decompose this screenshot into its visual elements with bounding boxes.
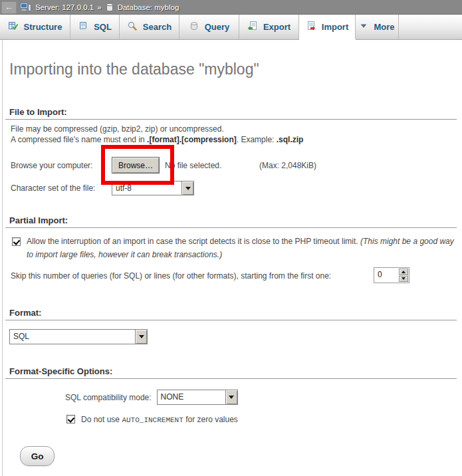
browse-button[interactable]: Browse… — [112, 157, 160, 174]
tab-more[interactable]: More — [356, 15, 399, 39]
compat-row: SQL compatibility mode: NONE — [65, 390, 238, 405]
dropdown-arrow-icon[interactable] — [225, 390, 237, 404]
charset-label: Character set of the file: — [11, 183, 112, 193]
chevron-down-icon — [359, 21, 368, 33]
back-arrow-icon: ← — [5, 2, 13, 12]
browse-row: Browse your computer: Browse… No file se… — [11, 158, 457, 173]
breadcrumb-bar: ← Server: 127.0.0.1 » Database: — [0, 0, 462, 15]
spinner-up-icon[interactable] — [399, 269, 408, 275]
tab-label: Export — [263, 22, 290, 32]
compat-select[interactable]: NONE — [157, 390, 238, 405]
tab-label: Structure — [24, 22, 62, 32]
section-legend-file-to-import: File to Import: — [5, 107, 457, 120]
page-title: Importing into the database "myblog" — [9, 60, 259, 78]
tab-search[interactable]: Search — [120, 15, 179, 39]
tab-import[interactable]: Import — [299, 15, 356, 39]
export-arrow-icon — [247, 21, 258, 34]
tab-sql[interactable]: SQL — [70, 15, 120, 39]
tab-label: Import — [322, 22, 348, 32]
filename-rule-mid: . Example: — [237, 135, 277, 144]
compat-selected-value: NONE — [158, 390, 225, 404]
spinner-down-icon[interactable] — [399, 276, 408, 283]
section-legend-partial-import: Partial Import: — [5, 215, 457, 228]
charset-select[interactable]: utf-8 — [112, 181, 194, 195]
left-panel-divider — [2, 40, 3, 476]
auto-increment-suffix: for zero values — [183, 415, 238, 424]
tab-label: Search — [143, 22, 172, 32]
go-button[interactable]: Go — [20, 446, 55, 466]
sql-page-icon — [78, 21, 88, 34]
auto-increment-label: Do not use AUTO_INCREMENT for zero value… — [81, 415, 238, 424]
section-legend-format-specific: Format-Specific Options: — [5, 366, 457, 379]
section-legend-format: Format: — [5, 308, 457, 320]
auto-increment-prefix: Do not use — [81, 415, 122, 424]
compression-hint: File may be compressed (gzip, bzip2, zip… — [11, 124, 224, 134]
database-icon — [105, 2, 114, 13]
charset-row: Character set of the file: utf-8 — [11, 181, 194, 195]
table-structure-icon — [8, 21, 19, 34]
phpmyadmin-import-page: ← Server: 127.0.0.1 » Database: — [0, 0, 462, 476]
tab-label: More — [374, 22, 394, 32]
tab-label: Query — [205, 22, 230, 32]
filename-rule-example: .sql.zip — [277, 135, 304, 144]
compat-label: SQL compatibility mode: — [65, 393, 152, 402]
dropdown-arrow-icon[interactable] — [181, 181, 193, 195]
auto-increment-code: AUTO_INCREMENT — [122, 416, 183, 424]
tab-structure[interactable]: Structure — [0, 15, 70, 39]
tab-export[interactable]: Export — [239, 15, 299, 39]
filename-rule-prefix: A compressed file's name must end in — [11, 135, 147, 144]
interrupt-checkbox[interactable] — [12, 237, 21, 246]
server-icon — [20, 2, 32, 13]
query-cylinder-icon — [189, 21, 199, 34]
magnifier-icon — [127, 21, 138, 34]
dropdown-arrow-icon[interactable] — [135, 330, 147, 344]
max-size-text: (Max: 2,048KiB) — [259, 161, 316, 170]
breadcrumb-server[interactable]: Server: 127.0.0.1 — [35, 3, 94, 11]
tab-bar: Structure SQL Search — [0, 15, 462, 40]
skip-queries-value[interactable]: 0 — [375, 269, 399, 282]
tab-query[interactable]: Query — [179, 15, 239, 39]
breadcrumb-database[interactable]: Database: myblog — [118, 3, 179, 11]
format-select[interactable]: SQL — [9, 329, 148, 344]
charset-selected-value: utf-8 — [112, 181, 181, 195]
breadcrumb-separator: » — [97, 3, 101, 11]
no-file-selected-text: No file selected. — [165, 161, 221, 170]
tab-label: SQL — [94, 22, 112, 32]
skip-queries-spinner[interactable]: 0 — [374, 267, 409, 283]
auto-increment-checkbox[interactable] — [66, 415, 75, 423]
filename-rule-pattern: .[format].[compression] — [147, 135, 237, 144]
breadcrumb: Server: 127.0.0.1 » Database: myblog — [20, 0, 179, 15]
spinner-buttons — [399, 269, 408, 282]
back-button[interactable]: ← — [1, 1, 17, 14]
interrupt-label: Allow the interruption of an import in c… — [27, 235, 454, 261]
filename-rule: A compressed file's name must end in .[f… — [11, 135, 303, 144]
skip-label: Skip this number of queries (for SQL) or… — [11, 271, 331, 281]
browse-label: Browse your computer: — [11, 161, 112, 170]
import-arrow-icon — [306, 21, 316, 34]
interrupt-text: Allow the interruption of an import in c… — [27, 237, 360, 246]
format-selected-value: SQL — [10, 330, 135, 344]
